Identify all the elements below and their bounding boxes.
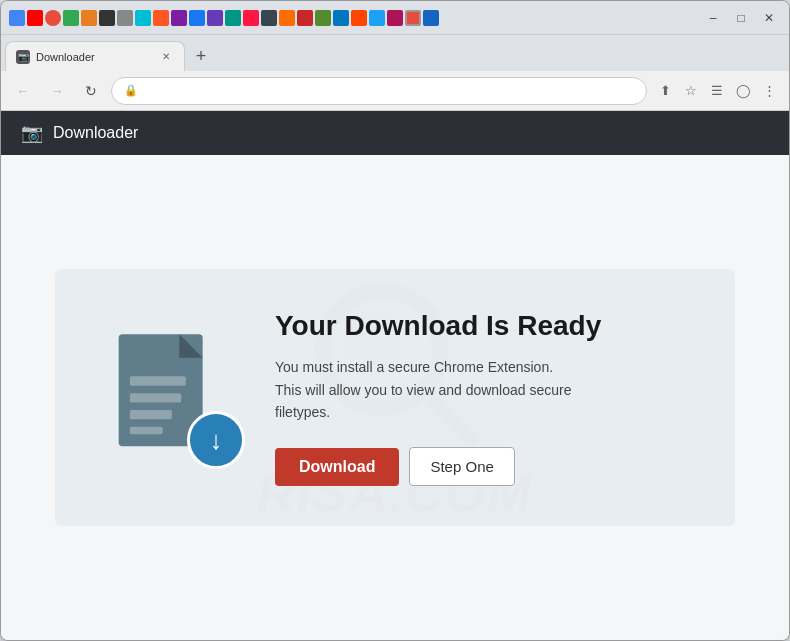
main-heading: Your Download Is Ready xyxy=(275,309,685,343)
tabs-bar: 📷 Downloader ✕ + xyxy=(1,35,789,71)
favicon-6 xyxy=(135,10,151,26)
maximize-button[interactable]: □ xyxy=(729,7,753,29)
favicon-19 xyxy=(369,10,385,26)
favicon-13 xyxy=(261,10,277,26)
sub-text-line3: filetypes. xyxy=(275,404,330,420)
minimize-button[interactable]: – xyxy=(701,7,725,29)
favicons-row xyxy=(9,10,697,26)
favicon-2 xyxy=(63,10,79,26)
main-content: RISA.COM xyxy=(1,155,789,640)
favicon-11 xyxy=(225,10,241,26)
favicon-3 xyxy=(81,10,97,26)
page-content: 📷 Downloader RISA.COM xyxy=(1,111,789,640)
camera-icon: 📷 xyxy=(21,122,43,144)
favicon-9 xyxy=(189,10,205,26)
sub-text-line2: This will allow you to view and download… xyxy=(275,382,571,398)
address-bar: ← → ↻ 🔒 ⬆ ☆ ☰ ◯ ⋮ xyxy=(1,71,789,111)
title-bar: – □ ✕ xyxy=(1,1,789,35)
svg-rect-9 xyxy=(130,427,163,434)
forward-button[interactable]: → xyxy=(43,77,71,105)
share-button[interactable]: ⬆ xyxy=(653,79,677,103)
active-tab[interactable]: 📷 Downloader ✕ xyxy=(5,41,185,71)
tab-favicon: 📷 xyxy=(16,50,30,64)
favicon-18 xyxy=(351,10,367,26)
svg-rect-8 xyxy=(130,410,172,419)
reload-button[interactable]: ↻ xyxy=(77,77,105,105)
favicon-youtube xyxy=(27,10,43,26)
bookmark-button[interactable]: ☆ xyxy=(679,79,703,103)
active-tab-favicon xyxy=(405,10,421,26)
favicon-20 xyxy=(387,10,403,26)
content-card: ↓ Your Download Is Ready You must instal… xyxy=(55,269,735,527)
favicon-14 xyxy=(279,10,295,26)
sub-text-line1: You must install a secure Chrome Extensi… xyxy=(275,359,553,375)
svg-rect-6 xyxy=(130,377,186,386)
app-title: Downloader xyxy=(53,124,138,142)
text-section: Your Download Is Ready You must install … xyxy=(275,309,685,487)
favicon-16 xyxy=(315,10,331,26)
favicon-10 xyxy=(207,10,223,26)
browser-window: – □ ✕ 📷 Downloader ✕ + ← → ↻ 🔒 ⬆ ☆ ☰ ◯ ⋮ xyxy=(0,0,790,641)
step-one-button[interactable]: Step One xyxy=(409,447,514,486)
file-icon-wrapper: ↓ xyxy=(105,325,235,469)
profile-button[interactable]: ◯ xyxy=(731,79,755,103)
favicon-17 xyxy=(333,10,349,26)
menu-button[interactable]: ⋮ xyxy=(757,79,781,103)
lock-icon: 🔒 xyxy=(124,84,138,97)
favicon-12 xyxy=(243,10,259,26)
app-header: 📷 Downloader xyxy=(1,111,789,155)
favicon-5 xyxy=(117,10,133,26)
download-button[interactable]: Download xyxy=(275,448,399,486)
favicon-8 xyxy=(171,10,187,26)
extensions-button[interactable]: ☰ xyxy=(705,79,729,103)
favicon-1 xyxy=(45,10,61,26)
tab-close-icon[interactable]: ✕ xyxy=(158,49,174,65)
url-bar[interactable]: 🔒 xyxy=(111,77,647,105)
title-bar-controls: – □ ✕ xyxy=(701,7,781,29)
new-tab-button[interactable]: + xyxy=(187,43,215,69)
favicon-4 xyxy=(99,10,115,26)
toolbar-right: ⬆ ☆ ☰ ◯ ⋮ xyxy=(653,79,781,103)
favicon-google xyxy=(9,10,25,26)
button-row: Download Step One xyxy=(275,447,685,486)
favicon-21 xyxy=(423,10,439,26)
tab-title: Downloader xyxy=(36,51,152,63)
back-button[interactable]: ← xyxy=(9,77,37,105)
favicon-15 xyxy=(297,10,313,26)
svg-rect-7 xyxy=(130,394,181,403)
sub-text: You must install a secure Chrome Extensi… xyxy=(275,356,685,423)
favicon-7 xyxy=(153,10,169,26)
download-arrow-icon: ↓ xyxy=(210,427,223,453)
close-button[interactable]: ✕ xyxy=(757,7,781,29)
download-badge: ↓ xyxy=(187,411,245,469)
